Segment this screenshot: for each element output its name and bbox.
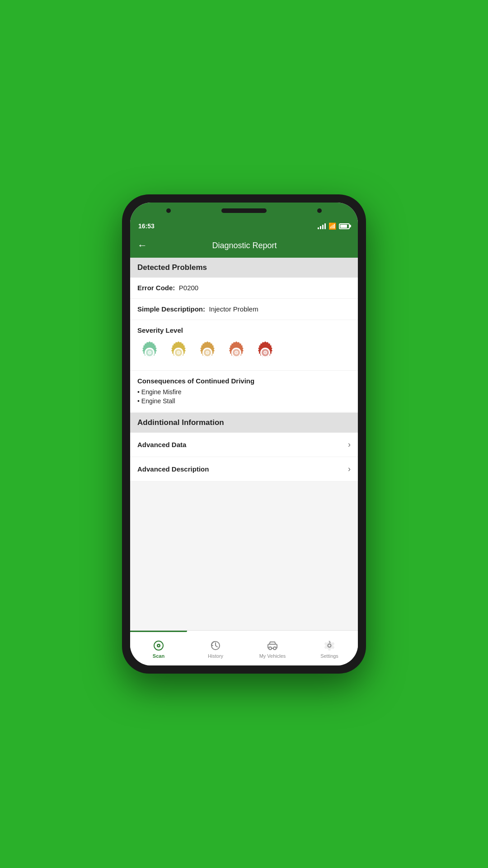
detected-problems-header: Detected Problems bbox=[130, 258, 358, 278]
error-code-label: Error Code: bbox=[137, 284, 175, 292]
phone-frame: 16:53 📶 ← Diagnostic Report bbox=[122, 194, 366, 674]
simple-desc-row: Simple Descriptipon: Injector Problem bbox=[130, 299, 358, 320]
consequences-title: Consequences of Continued Driving bbox=[137, 377, 351, 385]
additional-info-header: Addintional Information bbox=[130, 413, 358, 433]
info-row-label: Advanced Data bbox=[137, 441, 186, 448]
chevron-right-icon: › bbox=[348, 440, 351, 449]
consequences-list: • Engine Misfire• Engine Stall bbox=[137, 387, 351, 406]
severity-icons: ⚙ ⚙ ⚙ ⚙ ⚙ bbox=[137, 340, 351, 364]
history-nav-label: History bbox=[208, 653, 223, 659]
chevron-right-icon: › bbox=[348, 464, 351, 474]
battery-icon bbox=[339, 223, 350, 229]
simple-desc-value: Injector Problem bbox=[209, 305, 258, 313]
severity-gear-5: ⚙ bbox=[253, 340, 277, 364]
notch-bar bbox=[221, 208, 267, 213]
severity-label: Severity Level bbox=[137, 326, 351, 334]
severity-gear-1: ⚙ bbox=[137, 340, 162, 364]
additional-info-row-1[interactable]: Advanced Description › bbox=[130, 457, 358, 481]
consequences-row: Consequences of Continued Driving • Engi… bbox=[130, 371, 358, 412]
error-code-row: Error Code: P0200 bbox=[130, 278, 358, 299]
additional-info-row-0[interactable]: Advanced Data › bbox=[130, 433, 358, 457]
signal-icon bbox=[318, 223, 326, 229]
svg-text:⚙: ⚙ bbox=[147, 350, 152, 355]
info-row-label: Advanced Description bbox=[137, 465, 209, 473]
phone-notch bbox=[130, 203, 358, 219]
nav-item-my-vehicles[interactable]: My Vehicles bbox=[244, 631, 301, 665]
settings-nav-icon bbox=[324, 640, 335, 651]
nav-item-scan[interactable]: Scan bbox=[130, 631, 187, 665]
app-header: ← Diagnostic Report bbox=[130, 233, 358, 258]
consequence-item: • Engine Stall bbox=[137, 396, 351, 406]
status-icons: 📶 bbox=[318, 222, 350, 230]
simple-desc-label: Simple Descriptipon: bbox=[137, 305, 205, 313]
scan-nav-label: Scan bbox=[153, 653, 164, 659]
scan-nav-icon bbox=[153, 640, 164, 651]
error-code-value: P0200 bbox=[179, 284, 198, 292]
bottom-nav: Scan History My Vehicles Settings bbox=[130, 630, 358, 665]
problems-card: Error Code: P0200 Simple Descriptipon: I… bbox=[130, 278, 358, 412]
svg-text:⚙: ⚙ bbox=[176, 350, 181, 355]
back-button[interactable]: ← bbox=[137, 240, 147, 251]
severity-row: Severity Level ⚙ ⚙ ⚙ ⚙ ⚙ bbox=[130, 320, 358, 371]
camera-right bbox=[317, 208, 322, 213]
svg-point-21 bbox=[273, 647, 276, 650]
svg-point-20 bbox=[269, 647, 272, 650]
settings-nav-label: Settings bbox=[320, 653, 338, 659]
phone-screen: 16:53 📶 ← Diagnostic Report bbox=[130, 203, 358, 665]
nav-item-settings[interactable]: Settings bbox=[301, 631, 358, 665]
status-time: 16:53 bbox=[138, 222, 155, 230]
svg-text:⚙: ⚙ bbox=[234, 350, 239, 355]
severity-gear-2: ⚙ bbox=[166, 340, 191, 364]
my-vehicles-nav-icon bbox=[267, 640, 278, 651]
status-bar: 16:53 📶 bbox=[130, 219, 358, 233]
svg-text:⚙: ⚙ bbox=[205, 350, 210, 355]
main-content: Detected Problems Error Code: P0200 Simp… bbox=[130, 258, 358, 630]
svg-text:⚙: ⚙ bbox=[263, 350, 267, 355]
page-title: Diagnostic Report bbox=[155, 241, 334, 250]
consequence-item: • Engine Misfire bbox=[137, 387, 351, 396]
detected-problems-title: Detected Problems bbox=[137, 263, 207, 272]
additional-info-rows: Advanced Data › Advanced Description › bbox=[130, 433, 358, 481]
svg-point-17 bbox=[158, 645, 160, 646]
severity-gear-4: ⚙ bbox=[224, 340, 249, 364]
camera-left bbox=[166, 208, 171, 213]
severity-gear-3: ⚙ bbox=[195, 340, 220, 364]
history-nav-icon bbox=[210, 640, 221, 651]
my-vehicles-nav-label: My Vehicles bbox=[259, 653, 286, 659]
nav-item-history[interactable]: History bbox=[187, 631, 244, 665]
additional-info-title: Addintional Information bbox=[137, 418, 224, 427]
wifi-icon: 📶 bbox=[328, 222, 336, 230]
